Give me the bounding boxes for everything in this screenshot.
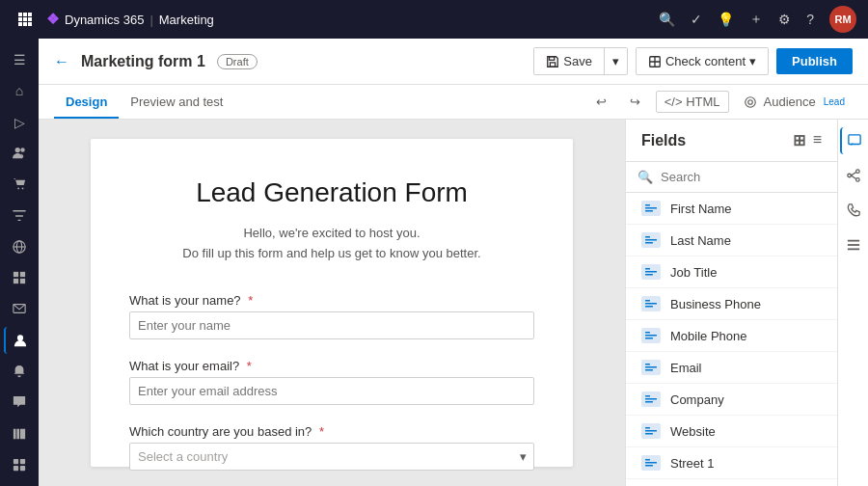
svg-rect-53	[645, 398, 657, 400]
svg-rect-34	[645, 204, 650, 206]
svg-point-33	[747, 99, 752, 104]
sidebar-item-people[interactable]	[4, 140, 35, 167]
back-button[interactable]: ←	[54, 53, 69, 70]
app-layout: ☰ ⌂ ▷	[0, 39, 868, 486]
list-item[interactable]: Last Name	[626, 225, 837, 256]
svg-rect-59	[645, 462, 657, 464]
check-circle-icon[interactable]: ✓	[691, 12, 702, 27]
undo-button[interactable]: ↩	[588, 91, 614, 113]
select-arrow-icon: ▾	[520, 449, 527, 464]
svg-rect-52	[645, 395, 650, 397]
fields-grid-icon[interactable]: ⊞	[793, 131, 805, 149]
content-area: ← Marketing form 1 Draft Save ▾ Check co…	[39, 39, 868, 486]
svg-rect-56	[645, 430, 657, 432]
sidebar-item-grid2[interactable]	[4, 264, 35, 291]
form-select-country[interactable]: Select a country	[129, 443, 534, 471]
list-item[interactable]: Email	[626, 352, 837, 384]
list-item[interactable]: Business Phone	[626, 288, 837, 320]
svg-rect-48	[645, 338, 653, 339]
field-type-icon	[641, 328, 661, 343]
app-grid-icon[interactable]	[12, 6, 39, 33]
svg-rect-28	[20, 466, 25, 471]
svg-rect-22	[14, 428, 16, 439]
svg-rect-25	[14, 459, 18, 464]
sidebar-item-shopping[interactable]	[4, 171, 35, 198]
svg-point-69	[855, 178, 859, 182]
toolbar-tabs: Design Preview and test ↩ ↪ </> HTML Aud…	[39, 85, 868, 120]
redo-button[interactable]: ↪	[622, 91, 648, 113]
svg-rect-43	[645, 300, 650, 302]
sidebar-item-library[interactable]	[4, 419, 35, 446]
page-header: ← Marketing form 1 Draft Save ▾ Check co…	[39, 39, 868, 85]
help-icon[interactable]: ?	[806, 12, 814, 27]
form-input-email[interactable]	[129, 377, 534, 405]
field-item-name: Company	[670, 392, 724, 407]
plus-icon[interactable]: ＋	[749, 11, 763, 28]
settings-icon[interactable]: ⚙	[778, 12, 791, 27]
fields-header-icons: ⊞ ≡	[793, 131, 822, 149]
svg-rect-27	[14, 466, 18, 471]
avatar[interactable]: RM	[829, 6, 856, 33]
audience-button[interactable]: Audience Lead	[737, 91, 853, 113]
list-item[interactable]: Job Title	[626, 256, 837, 288]
save-button-group: Save ▾	[533, 47, 628, 75]
publish-button[interactable]: Publish	[776, 48, 853, 74]
svg-rect-3	[18, 17, 22, 21]
sidebar-item-home[interactable]: ⌂	[4, 77, 35, 104]
svg-rect-67	[848, 135, 859, 145]
save-dropdown-button[interactable]: ▾	[604, 48, 627, 74]
list-item[interactable]: Street 2	[626, 479, 837, 486]
svg-line-71	[851, 173, 855, 176]
list-item[interactable]: First Name	[626, 193, 837, 225]
tab-preview[interactable]: Preview and test	[119, 87, 234, 119]
app-separator: |	[149, 13, 152, 27]
sidebar-item-play[interactable]: ▷	[4, 109, 35, 136]
svg-rect-7	[23, 22, 27, 26]
svg-point-11	[17, 188, 19, 190]
svg-rect-50	[645, 366, 657, 368]
field-item-name: Job Title	[670, 265, 717, 280]
fields-search-input[interactable]	[661, 170, 826, 184]
bulb-icon[interactable]: 💡	[718, 12, 734, 27]
fields-list-icon[interactable]: ≡	[813, 131, 822, 149]
sidebar-item-bell[interactable]	[4, 358, 35, 385]
list-item[interactable]: Company	[626, 384, 837, 416]
field-type-icon	[641, 201, 661, 216]
sidebar-item-apps[interactable]	[4, 451, 35, 478]
form-label-country: Which country are you based in? *	[129, 424, 534, 439]
check-content-button[interactable]: Check content ▾	[636, 47, 769, 75]
sidebar-item-chat[interactable]	[4, 389, 35, 416]
sidebar-item-person[interactable]	[4, 327, 35, 354]
right-action-chat[interactable]	[840, 127, 867, 154]
right-action-list[interactable]	[840, 231, 867, 258]
save-button[interactable]: Save	[534, 48, 604, 74]
svg-rect-23	[16, 428, 19, 439]
right-action-share[interactable]	[840, 162, 867, 189]
sidebar-item-mail[interactable]	[4, 295, 35, 322]
right-action-phone[interactable]	[840, 197, 867, 224]
svg-rect-8	[28, 22, 32, 26]
search-icon[interactable]: 🔍	[659, 12, 675, 27]
top-nav-icons: 🔍 ✓ 💡 ＋ ⚙ ? RM	[659, 6, 856, 33]
header-actions: Save ▾ Check content ▾ Publish	[533, 47, 853, 75]
sidebar-item-menu[interactable]: ☰	[4, 46, 35, 73]
list-item[interactable]: Street 1	[626, 447, 837, 479]
svg-rect-57	[645, 433, 653, 435]
field-type-icon	[641, 296, 661, 311]
list-item[interactable]: Mobile Phone	[626, 320, 837, 352]
svg-rect-29	[551, 62, 556, 66]
form-input-name[interactable]	[129, 311, 534, 339]
field-item-name: Website	[670, 424, 716, 439]
sidebar-item-filter[interactable]	[4, 202, 35, 229]
svg-line-72	[851, 176, 855, 179]
tab-design[interactable]: Design	[54, 87, 119, 119]
svg-rect-42	[645, 274, 653, 276]
sidebar-item-globe[interactable]	[4, 233, 35, 260]
field-item-name: Street 1	[670, 456, 715, 471]
html-button[interactable]: </> HTML	[656, 91, 729, 113]
list-item[interactable]: Website	[626, 416, 837, 447]
field-type-icon	[641, 423, 661, 439]
svg-rect-40	[645, 268, 650, 270]
svg-rect-6	[18, 22, 22, 26]
app-brand: ❖ Dynamics 365 | Marketing	[46, 11, 214, 28]
